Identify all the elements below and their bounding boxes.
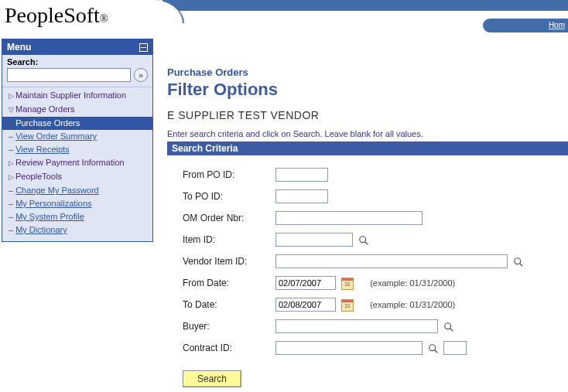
vendor-item-label: Vendor Item ID: [183,256,275,267]
sidebar: Menu Search: » ▷Maintain Supplier Inform… [0,37,155,244]
logo: PeopleSoft® [5,3,108,28]
collapse-icon[interactable] [139,43,148,52]
svg-line-3 [520,264,523,267]
section-header: Search Criteria [167,141,568,155]
to-date-example: (example: 01/31/2000) [370,300,455,309]
triangle-icon: ▷ [9,159,14,167]
sidebar-item-dictionary[interactable]: –My Dictionary [2,223,152,237]
buyer-input[interactable] [275,319,438,333]
vendor-item-input[interactable] [275,254,508,268]
sidebar-item-view-receipts[interactable]: –View Receipts [2,143,152,156]
search-hint: Enter search criteria and click on Searc… [167,129,568,138]
sidebar-item-personalizations[interactable]: –My Personalizations [2,197,152,210]
app-header: PeopleSoft® Hom [0,0,568,37]
lookup-icon[interactable] [358,234,370,247]
svg-line-5 [450,329,453,332]
menu-search: Search: » [2,55,152,87]
svg-point-0 [360,237,366,243]
triangle-icon: ▷ [9,92,14,100]
contract-suffix-input[interactable] [443,341,467,355]
sidebar-item-peopletools[interactable]: ▷PeopleTools [2,170,152,184]
to-date-label: To Date: [183,299,275,310]
menu-search-input[interactable] [7,68,131,82]
item-id-input[interactable] [275,233,353,247]
lookup-icon[interactable] [443,321,455,333]
lookup-icon[interactable] [512,256,525,268]
triangle-icon: ▷ [9,173,14,181]
from-date-input[interactable] [275,276,336,290]
from-po-label: From PO ID: [183,169,275,180]
calendar-icon[interactable] [341,299,354,312]
logo-suffix: ® [100,13,108,25]
menu-header: Menu [2,39,152,55]
sidebar-item-view-order-summary[interactable]: –View Order Summary [2,130,152,143]
lookup-icon[interactable] [427,343,440,355]
menu-list: ▷Maintain Supplier Information ▽Manage O… [2,87,152,241]
calendar-icon[interactable] [341,278,354,290]
from-po-input[interactable] [275,168,328,182]
to-po-input[interactable] [275,189,328,203]
to-date-input[interactable] [275,298,336,312]
menu-panel: Menu Search: » ▷Maintain Supplier Inform… [2,39,153,242]
svg-point-6 [429,345,436,351]
header-stripe [163,0,568,11]
sidebar-item-review-payment[interactable]: ▷Review Payment Information [2,156,152,170]
om-order-input[interactable] [275,211,423,225]
sidebar-item-system-profile[interactable]: –My System Profile [2,210,152,223]
om-order-label: OM Order Nbr: [183,213,275,223]
menu-title: Menu [7,42,31,53]
svg-line-7 [435,350,438,353]
search-form: From PO ID: PO's Waiting Acknowledgement… [167,155,568,356]
buyer-label: Buyer: [183,321,275,332]
svg-line-1 [365,242,368,245]
triangle-down-icon: ▽ [9,106,14,114]
item-id-label: Item ID: [183,234,275,245]
contract-label: Contract ID: [183,343,275,353]
sidebar-item-maintain-supplier[interactable]: ▷Maintain Supplier Information [2,89,152,103]
search-button[interactable]: Search [183,370,241,387]
page-title: Filter Options [167,80,568,100]
logo-text: PeopleSoft [5,3,100,27]
breadcrumb: Purchase Orders [167,66,568,78]
home-link[interactable]: Hom [549,21,565,29]
menu-search-label: Search: [7,57,148,66]
sidebar-item-change-password[interactable]: –Change My Password [2,184,152,197]
from-date-label: From Date: [183,278,275,288]
svg-point-4 [445,323,451,329]
to-po-label: To PO ID: [183,191,275,202]
contract-input[interactable] [275,341,423,355]
main-content: Purchase Orders Filter Options E SUPPLIE… [155,37,568,387]
from-date-example: (example: 01/31/2000) [370,278,455,288]
svg-point-2 [515,258,521,264]
sidebar-item-manage-orders[interactable]: ▽Manage Orders [2,103,152,117]
menu-search-go-icon[interactable]: » [134,68,148,82]
vendor-name: E SUPPLIER TEST VENDOR [167,109,568,121]
header-cap: Hom [483,19,568,32]
sidebar-item-purchase-orders[interactable]: –Purchase Orders [2,117,152,130]
